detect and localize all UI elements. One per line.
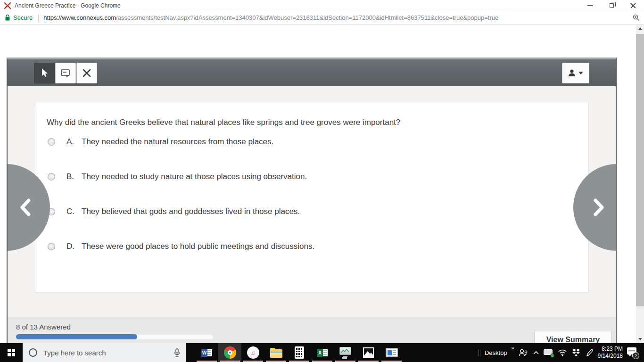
pointer-tool-button[interactable]: [34, 63, 55, 83]
url-field[interactable]: https://www.connexus.com/assessments/tes…: [43, 14, 498, 21]
scrollbar-thumb[interactable]: [636, 34, 644, 306]
lock-icon: [5, 14, 10, 21]
taskbar-app-file-explorer[interactable]: [264, 343, 288, 362]
answer-option-c: C. They believed that gods and goddesses…: [47, 206, 577, 217]
itunes-icon: ♫: [247, 346, 259, 359]
cursor-tool-icon: [40, 68, 49, 78]
taskbar-clock[interactable]: 8:23 PM 9/14/2018: [598, 346, 623, 360]
taskbar-app-photos[interactable]: [357, 343, 380, 362]
overflow-chevron-icon[interactable]: »: [511, 345, 514, 351]
clock-date: 9/14/2018: [598, 353, 623, 360]
option-text[interactable]: They needed to study nature at those pla…: [82, 172, 307, 181]
divider: [38, 14, 39, 22]
radio-button[interactable]: [48, 138, 55, 146]
view-summary-button[interactable]: View Summary: [534, 331, 612, 343]
user-menu-icon: [568, 69, 576, 77]
browser-title-bar: Ancient Greece Practice - Google Chrome: [0, 0, 644, 11]
close-tool-icon: [83, 69, 91, 77]
taskbar-app-itunes[interactable]: ♫: [241, 343, 264, 362]
answer-option-b: B. They needed to study nature at those …: [47, 171, 577, 182]
photos-icon: [363, 347, 374, 358]
system-tray: Desktop » 8:23 PM 9/14/2018 2: [479, 343, 638, 362]
option-text[interactable]: They believed that gods and goddesses li…: [82, 207, 300, 216]
page-content: Ancient Greece Practice: [0, 25, 644, 343]
file-explorer-icon: [270, 349, 282, 358]
minimize-button[interactable]: [579, 0, 601, 11]
question-card: Why did the ancient Greeks believe that …: [35, 102, 589, 293]
option-text[interactable]: These were good places to hold public me…: [82, 242, 314, 251]
assessment-toolbar: [8, 59, 616, 86]
secure-label: Secure: [13, 14, 33, 21]
media-app-icon: [386, 348, 398, 357]
page-zoom-icon[interactable]: [633, 14, 640, 21]
desktop-toolbar[interactable]: Desktop »: [485, 348, 507, 357]
taskbar-app-system-monitor[interactable]: [334, 343, 357, 362]
note-tool-icon: [60, 68, 71, 78]
toolbar-grip[interactable]: [479, 349, 480, 356]
prev-arrow-icon: [18, 197, 32, 218]
progress-bar: [16, 334, 213, 339]
start-button[interactable]: [0, 343, 23, 362]
chrome-icon: [224, 346, 236, 359]
chevron-down-icon: [578, 72, 583, 74]
taskbar-app-media[interactable]: [380, 343, 403, 362]
calculator-icon: [295, 346, 304, 359]
scroll-down-arrow[interactable]: [636, 335, 644, 343]
desktop-label: Desktop: [485, 349, 507, 356]
notes-tool-button[interactable]: [55, 63, 76, 83]
taskbar-apps: W ♫ X: [195, 343, 403, 362]
answer-option-a: A. They needed the natural resources fro…: [47, 136, 577, 148]
option-letter: A.: [66, 137, 82, 147]
taskbar-search[interactable]: Type here to search: [23, 343, 186, 362]
option-letter: B.: [66, 172, 82, 181]
scroll-up-arrow[interactable]: [636, 25, 644, 33]
option-text[interactable]: They needed the natural resources from t…: [82, 137, 273, 147]
windows-start-icon: [8, 349, 15, 356]
word-icon: W: [201, 349, 212, 357]
taskbar-app-word[interactable]: W: [195, 343, 218, 362]
url-path: /assessments/testNav.aspx?idAssessment=1…: [116, 14, 498, 21]
security-chip[interactable]: Secure: [5, 14, 33, 21]
option-letter: D.: [66, 242, 82, 251]
close-button[interactable]: [622, 0, 644, 11]
wifi-icon[interactable]: [558, 349, 567, 356]
microphone-icon[interactable]: [174, 348, 180, 357]
taskbar-app-excel[interactable]: X: [311, 343, 334, 362]
hidden-icons-chevron[interactable]: [533, 351, 539, 355]
taskbar-app-calculator[interactable]: [288, 343, 311, 362]
excel-icon: X: [317, 349, 328, 357]
show-desktop-button[interactable]: [640, 346, 640, 359]
assessment-frame: Why did the ancient Greeks believe that …: [7, 58, 617, 343]
radio-button[interactable]: [48, 173, 55, 181]
user-menu-button[interactable]: [562, 63, 589, 83]
restore-button[interactable]: [601, 0, 622, 11]
close-tool-button[interactable]: [76, 63, 97, 83]
address-bar[interactable]: Secure https://www.connexus.com/assessme…: [0, 11, 644, 25]
progress-label: 8 of 13 Answered: [16, 323, 71, 331]
next-arrow-icon: [592, 197, 606, 218]
connexus-favicon: [4, 2, 11, 9]
search-placeholder: Type here to search: [43, 349, 106, 357]
window-title: Ancient Greece Practice - Google Chrome: [15, 2, 121, 9]
question-area: Why did the ancient Greeks believe that …: [8, 86, 616, 317]
notification-badge: 2: [632, 352, 639, 359]
system-monitor-icon: [339, 347, 351, 355]
people-icon[interactable]: [518, 348, 528, 357]
answer-option-d: D. These were good places to hold public…: [47, 241, 577, 252]
url-origin: https://www.connexus.com: [43, 14, 116, 21]
dropbox-icon[interactable]: [571, 348, 581, 357]
question-text: Why did the ancient Greeks believe that …: [47, 115, 405, 130]
progress-fill: [16, 334, 137, 339]
browser-scrollbar[interactable]: [636, 25, 644, 343]
pen-icon[interactable]: [585, 348, 594, 357]
radio-button[interactable]: [48, 243, 55, 250]
taskbar-app-chrome[interactable]: [218, 343, 241, 362]
option-letter: C.: [66, 207, 82, 216]
assessment-footer: 8 of 13 Answered View Summary: [8, 317, 616, 343]
action-center-button[interactable]: 2: [627, 347, 638, 358]
device-status-icon[interactable]: [544, 349, 553, 356]
clock-time: 8:23 PM: [598, 346, 623, 353]
cortana-icon: [29, 348, 37, 357]
